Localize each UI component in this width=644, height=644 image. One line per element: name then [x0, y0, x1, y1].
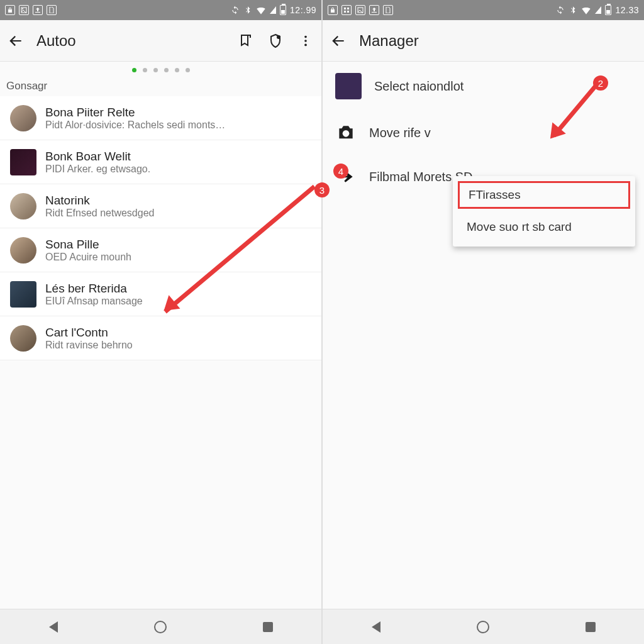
item-title: Bonk Boar Welit	[45, 150, 311, 164]
avatar	[10, 105, 36, 131]
item-sub: Pidt Alor·dosivice: Rachels sedi monts…	[45, 119, 311, 131]
annotation-badge-2: 2	[593, 75, 608, 91]
image-icon	[19, 5, 29, 15]
sync-icon	[231, 6, 240, 14]
sim-icon	[47, 5, 57, 15]
upload-icon	[369, 5, 379, 15]
nav-recent[interactable]	[573, 614, 608, 640]
list-item[interactable]: Bona Piiter Relte Pidt Alor·dosivice: Ra…	[0, 96, 321, 140]
annotation-badge-3: 3	[314, 182, 330, 197]
list-item[interactable]: Cart l'Contn Ridt ravinse behrno	[0, 316, 321, 360]
apps-icon	[341, 5, 352, 15]
battery-icon	[605, 5, 611, 15]
bookmark-icon[interactable]	[236, 31, 255, 50]
bluetooth-icon	[569, 6, 577, 14]
menu-label: Move rife v	[369, 126, 431, 140]
context-item-label: Move suo rt sb card	[467, 220, 572, 233]
svg-point-2	[277, 35, 280, 39]
wifi-icon	[581, 6, 591, 14]
dot-5	[175, 68, 179, 72]
nav-back[interactable]	[36, 614, 71, 640]
annotation-badge-4: 4	[333, 164, 348, 179]
upload-icon	[33, 5, 43, 15]
svg-point-11	[343, 130, 350, 137]
camera-icon	[335, 122, 357, 143]
nav-bar	[0, 609, 321, 644]
section-label: Gonsagr	[0, 75, 321, 96]
item-sub: PIDI Arker. eg etwsago.	[45, 164, 311, 175]
signal-icon	[270, 6, 276, 14]
page-indicator	[0, 62, 321, 75]
context-item-label: FTirasses	[469, 188, 521, 201]
thumbnail	[10, 281, 36, 308]
thumbnail	[335, 73, 362, 99]
item-title: Sona Pille	[45, 238, 311, 252]
list-item[interactable]: Bonk Boar Welit PIDI Arker. eg etwsago.	[0, 140, 321, 184]
sim-icon	[383, 5, 393, 15]
menu-item-move[interactable]: Move rife v	[323, 111, 644, 155]
avatar	[10, 193, 36, 219]
dot-6	[186, 68, 190, 72]
list-item[interactable]: Sona Pille OED Acuire mounh	[0, 228, 321, 272]
svg-point-3	[304, 35, 307, 38]
page-title: Manager	[359, 32, 638, 50]
svg-rect-6	[344, 8, 346, 9]
nav-bar	[323, 609, 644, 644]
svg-point-4	[304, 40, 307, 42]
item-title: Natorink	[45, 194, 311, 208]
svg-rect-0	[21, 8, 26, 13]
item-title: Bona Piiter Relte	[45, 106, 311, 119]
context-menu: FTirasses Move suo rt sb card	[453, 176, 635, 247]
item-sub: Ridt Efnsed netwesdged	[45, 208, 311, 219]
avatar	[10, 325, 36, 352]
context-item-ftrasses[interactable]: FTirasses	[458, 181, 630, 209]
context-item-move-sd[interactable]: Move suo rt sb card	[453, 211, 635, 243]
back-icon[interactable]	[6, 31, 25, 50]
svg-point-1	[22, 8, 23, 9]
image-icon	[355, 5, 365, 15]
dot-3	[153, 68, 158, 72]
signal-icon	[595, 6, 601, 14]
svg-rect-9	[347, 11, 349, 13]
wifi-icon	[256, 6, 266, 14]
item-sub: Ridt ravinse behrno	[45, 340, 311, 351]
lock-icon	[5, 5, 15, 15]
dot-4	[164, 68, 169, 72]
status-bar: 12.33	[323, 0, 644, 20]
status-bar: 12:.99	[0, 0, 321, 20]
nav-home[interactable]	[465, 614, 501, 640]
content-right: Select naiondlot Move rife v Filbmal Mor…	[323, 62, 644, 609]
sync-icon	[556, 6, 565, 14]
item-sub: OED Acuire mounh	[45, 252, 311, 263]
battery-icon	[280, 5, 286, 15]
status-time: 12:.99	[290, 5, 316, 15]
nav-recent[interactable]	[250, 614, 286, 640]
svg-rect-8	[344, 11, 346, 13]
nav-back[interactable]	[358, 614, 394, 640]
avatar	[10, 237, 36, 264]
contact-list: Bona Piiter Relte Pidt Alor·dosivice: Ra…	[0, 96, 321, 360]
more-icon[interactable]	[296, 31, 315, 50]
app-bar: Autoo	[0, 20, 321, 62]
dot-1	[132, 68, 136, 72]
phone-left: 12:.99 Autoo Gonsagr	[0, 0, 321, 644]
svg-point-5	[304, 43, 307, 46]
phone-right: 12.33 Manager Select naiondlot Move rife…	[323, 0, 644, 644]
item-title: Cart l'Contn	[45, 326, 311, 340]
back-icon[interactable]	[329, 31, 348, 50]
lock-icon	[328, 5, 338, 15]
bluetooth-icon	[243, 6, 252, 14]
item-title: Lés ber Rterida	[45, 282, 311, 296]
status-time: 12.33	[615, 5, 639, 15]
content-left: Gonsagr Bona Piiter Relte Pidt Alor·dosi…	[0, 62, 321, 609]
menu-label: Select naiondlot	[374, 79, 464, 94]
page-title: Autoo	[36, 32, 225, 50]
thumbnail	[10, 149, 36, 175]
svg-rect-10	[358, 8, 363, 13]
dot-2	[143, 68, 147, 72]
shield-icon[interactable]	[266, 31, 285, 50]
svg-rect-7	[347, 8, 349, 9]
app-bar: Manager	[323, 20, 644, 62]
list-item[interactable]: Lés ber Rterida EIUî Afnsap mansage	[0, 272, 321, 316]
nav-home[interactable]	[143, 614, 178, 640]
